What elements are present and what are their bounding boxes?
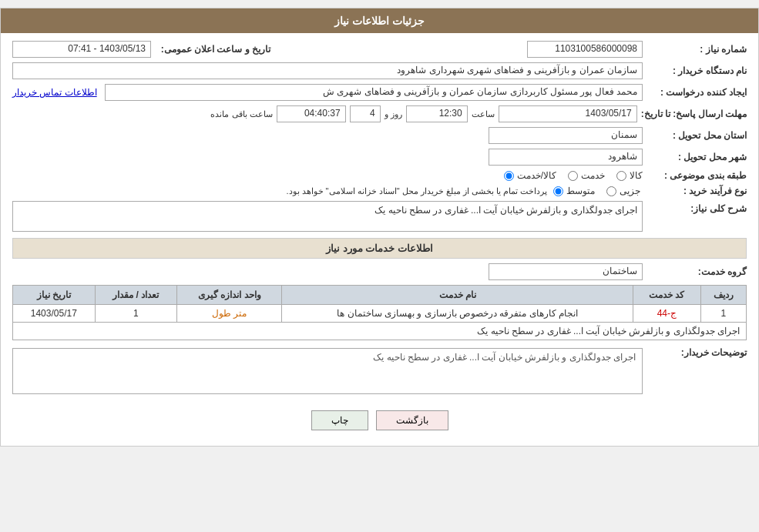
- print-button[interactable]: چاپ: [311, 410, 368, 430]
- noFarayand-note: پرداخت تمام یا بخشی از مبلغ خریدار محل "…: [12, 186, 547, 196]
- sharh-row: شرح کلی نیاز: اجرای جدولگذاری و بازلفرش …: [12, 201, 747, 232]
- shahr-row: شهر محل تحویل : شاهرود: [12, 149, 747, 166]
- col-vahed: واحد اندازه گیری: [177, 286, 282, 305]
- namDastgah-label: نام دستگاه خریدار :: [646, 65, 747, 76]
- bottom-buttons: بازگشت چاپ: [12, 399, 747, 438]
- radio-jozi-label: جزیی: [620, 186, 640, 196]
- ijad-row: ایجاد کننده درخواست : محمد فعال پور مسئو…: [12, 84, 747, 101]
- sharh-label: شرح کلی نیاز:: [646, 201, 747, 214]
- radio-khedmat-input[interactable]: [568, 171, 578, 181]
- radio-kala[interactable]: کالا: [616, 170, 643, 181]
- tozi-label: توضیحات خریدار:: [646, 345, 747, 358]
- radio-motvaset-label: متوسط: [566, 186, 595, 196]
- mohlat-date: 1403/05/17: [499, 105, 637, 122]
- back-button[interactable]: بازگشت: [376, 410, 448, 430]
- mohlat-rooz: 4: [350, 105, 381, 122]
- cell-name: انجام کارهای متفرقه درخصوص بازسازی و بهس…: [282, 305, 633, 323]
- radio-motvaset[interactable]: متوسط: [553, 186, 595, 196]
- ijad-label: ایجاد کننده درخواست :: [646, 87, 747, 98]
- mohlat-saat-label: ساعت: [472, 109, 495, 119]
- radio-jozi-input[interactable]: [606, 186, 616, 196]
- tarikh-value: 1403/05/13 - 07:41: [12, 41, 151, 58]
- radio-kala-khedmat-input[interactable]: [504, 171, 514, 181]
- mohlat-row: مهلت ارسال پاسخ: تا تاریخ: 1403/05/17 سا…: [12, 105, 747, 122]
- col-name: نام خدمت: [282, 286, 633, 305]
- shomareNiaz-row: شماره نیاز : 1103100586000098 تاریخ و سا…: [12, 41, 747, 58]
- sharh-value: اجرای جدولگذاری و بازلفرش خیابان آیت ا..…: [12, 201, 643, 232]
- cell-desc: اجرای جدولگذاری و بازلفرش خیابان آیت ا..…: [13, 323, 747, 340]
- tabaghebandi-label: طبقه بندی موضوعی :: [646, 170, 747, 181]
- tarikh-label: تاریخ و ساعت اعلان عمومی:: [155, 44, 270, 55]
- mohlat-remaining: 04:40:37: [277, 105, 346, 122]
- noFarayand-options: متوسط جزیی: [553, 186, 640, 196]
- noFarayand-label: نوع فرآیند خرید :: [646, 186, 747, 196]
- ostan-row: استان محل تحویل : سمنان: [12, 127, 747, 144]
- mohlat-saat: 12:30: [406, 105, 468, 122]
- ostan-label: استان محل تحویل :: [646, 130, 747, 141]
- cell-tarikh: 1403/05/17: [13, 305, 96, 323]
- cell-tedad: 1: [95, 305, 176, 323]
- table-desc-row: اجرای جدولگذاری و بازلفرش خیابان آیت ا..…: [13, 323, 747, 340]
- ijad-link[interactable]: اطلاعات تماس خریدار: [12, 87, 97, 98]
- group-row: گروه خدمت: ساختمان: [12, 263, 747, 280]
- col-tedad: تعداد / مقدار: [95, 286, 176, 305]
- radio-motvaset-input[interactable]: [553, 186, 563, 196]
- col-kod: کد خدمت: [633, 286, 701, 305]
- tabaghebandi-row: طبقه بندی موضوعی : کالا/خدمت خدمت کالا: [12, 170, 747, 181]
- shahr-label: شهر محل تحویل :: [646, 152, 747, 162]
- radio-jozi[interactable]: جزیی: [606, 186, 640, 196]
- table-row: 1 ج-44 انجام کارهای متفرقه درخصوص بازساز…: [13, 305, 747, 323]
- radio-kala-input[interactable]: [616, 171, 626, 181]
- namDastgah-row: نام دستگاه خریدار : سازمان عمران و بازآف…: [12, 62, 747, 79]
- noFarayand-row: نوع فرآیند خرید : متوسط جزیی پرداخت تمام…: [12, 186, 747, 196]
- table-header-row: ردیف کد خدمت نام خدمت واحد اندازه گیری ت…: [13, 286, 747, 305]
- mohlat-label: مهلت ارسال پاسخ: تا تاریخ:: [641, 109, 747, 119]
- shomareNiaz-value: 1103100586000098: [527, 41, 643, 58]
- mohlat-rooz-label: روز و: [385, 109, 402, 119]
- tozi-value: اجرای جدولگذاری و بازلفرش خیابان آیت ا..…: [12, 348, 643, 394]
- ijad-value: محمد فعال پور مسئول کاربردازی سازمان عمر…: [105, 84, 643, 101]
- shahr-value: شاهرود: [489, 149, 643, 166]
- radio-khedmat[interactable]: خدمت: [568, 170, 605, 181]
- cell-radif: 1: [700, 305, 746, 323]
- tozi-row: توضیحات خریدار: اجرای جدولگذاری و بازلفر…: [12, 345, 747, 394]
- services-table: ردیف کد خدمت نام خدمت واحد اندازه گیری ت…: [12, 285, 747, 340]
- cell-kod: ج-44: [633, 305, 701, 323]
- namDastgah-value: سازمان عمران و بازآفرینی و فضاهای شهری ش…: [12, 62, 643, 79]
- group-label: گروه خدمت:: [646, 266, 747, 277]
- radio-kala-khedmat[interactable]: کالا/خدمت: [504, 170, 556, 181]
- col-tarikh: تاریخ نیاز: [13, 286, 96, 305]
- radio-kala-khedmat-label: کالا/خدمت: [517, 170, 556, 181]
- page-title: جزئیات اطلاعات نیاز: [334, 15, 425, 27]
- radio-kala-label: کالا: [630, 170, 643, 181]
- cell-vahed: متر طول: [177, 305, 282, 323]
- services-section-title: اطلاعات خدمات مورد نیاز: [12, 238, 747, 259]
- page-header: جزئیات اطلاعات نیاز: [1, 8, 758, 33]
- shomareNiaz-label: شماره نیاز :: [646, 44, 747, 55]
- group-value: ساختمان: [489, 263, 643, 280]
- tabaghebandi-options: کالا/خدمت خدمت کالا: [504, 170, 643, 181]
- col-radif: ردیف: [700, 286, 746, 305]
- radio-khedmat-label: خدمت: [581, 170, 605, 181]
- ostan-value: سمنان: [489, 127, 643, 144]
- mohlat-remaining-label: ساعت باقی مانده: [210, 109, 272, 119]
